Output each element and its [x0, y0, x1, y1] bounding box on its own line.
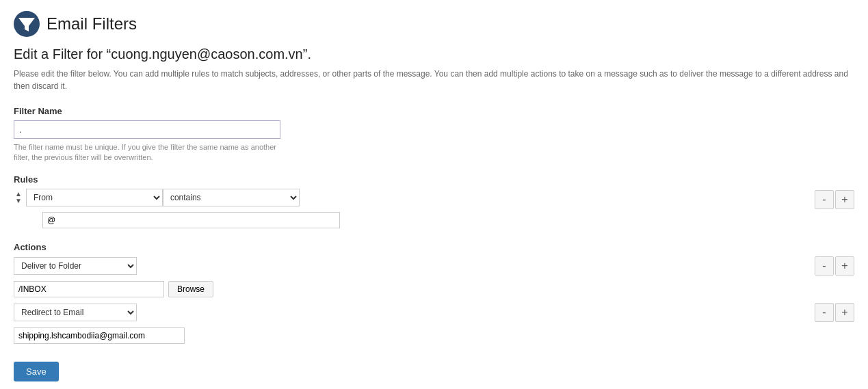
rules-inner: ▲ ▼ From To Subject Body Any Header Has …	[14, 189, 815, 228]
action2-field-row	[14, 327, 854, 344]
action1-container: Deliver to Folder Redirect to Email Disc…	[14, 256, 854, 297]
page-title: Email Filters	[47, 14, 137, 33]
action1-plusminus: - +	[815, 256, 854, 276]
action2-select[interactable]: Redirect to Email Deliver to Folder Disc…	[14, 304, 137, 321]
rule-arrows: ▲ ▼	[14, 191, 23, 204]
action1-select[interactable]: Deliver to Folder Redirect to Email Disc…	[14, 257, 137, 275]
action2-container: Redirect to Email Deliver to Folder Disc…	[14, 303, 854, 344]
action1-row: Deliver to Folder Redirect to Email Disc…	[14, 256, 854, 276]
action1-browse-button[interactable]: Browse	[168, 281, 213, 297]
filter-name-section: Filter Name The filter name must be uniq…	[14, 106, 854, 163]
action1-minus-button[interactable]: -	[815, 256, 834, 276]
rule-condition-select[interactable]: contains does not contain is is not begi…	[163, 189, 300, 206]
description: Please edit the filter below. You can ad…	[14, 68, 854, 92]
action2-row: Redirect to Email Deliver to Folder Disc…	[14, 303, 854, 322]
action1-folder-input[interactable]	[14, 281, 164, 297]
rules-plus-button[interactable]: +	[835, 190, 854, 209]
email-filters-icon	[14, 11, 40, 37]
rules-plusminus: - +	[815, 189, 854, 209]
actions-label: Actions	[14, 242, 854, 252]
rule-field-select[interactable]: From To Subject Body Any Header Has Atta…	[26, 189, 163, 206]
rule-value-row	[14, 209, 815, 228]
save-button[interactable]: Save	[14, 362, 59, 381]
action2-plusminus: - +	[815, 303, 854, 322]
edit-heading: Edit a Filter for “cuong.nguyen@caoson.c…	[14, 46, 854, 62]
rules-minus-button[interactable]: -	[815, 190, 834, 209]
action2-plus-button[interactable]: +	[835, 303, 854, 322]
rules-label: Rules	[14, 174, 854, 185]
action2-email-input[interactable]	[14, 327, 185, 344]
filter-name-input[interactable]	[14, 120, 280, 139]
action2-minus-button[interactable]: -	[815, 303, 834, 322]
rule-value-input[interactable]	[42, 212, 340, 228]
action1-plus-button[interactable]: +	[835, 256, 854, 276]
header-row: Email Filters	[14, 11, 854, 37]
action1-field-row: Browse	[14, 281, 854, 297]
rule-arrow-down[interactable]: ▼	[14, 198, 23, 204]
rule-row-selects: ▲ ▼ From To Subject Body Any Header Has …	[14, 189, 815, 206]
filter-name-hint: The filter name must be unique. If you g…	[14, 142, 280, 163]
rules-section: Rules ▲ ▼ From To Subject Body Any Heade…	[14, 174, 854, 228]
page-container: Email Filters Edit a Filter for “cuong.n…	[0, 0, 868, 389]
rules-row-wrapper: ▲ ▼ From To Subject Body Any Header Has …	[14, 189, 854, 228]
actions-section: Actions Deliver to Folder Redirect to Em…	[14, 242, 854, 344]
filter-name-label: Filter Name	[14, 106, 854, 116]
